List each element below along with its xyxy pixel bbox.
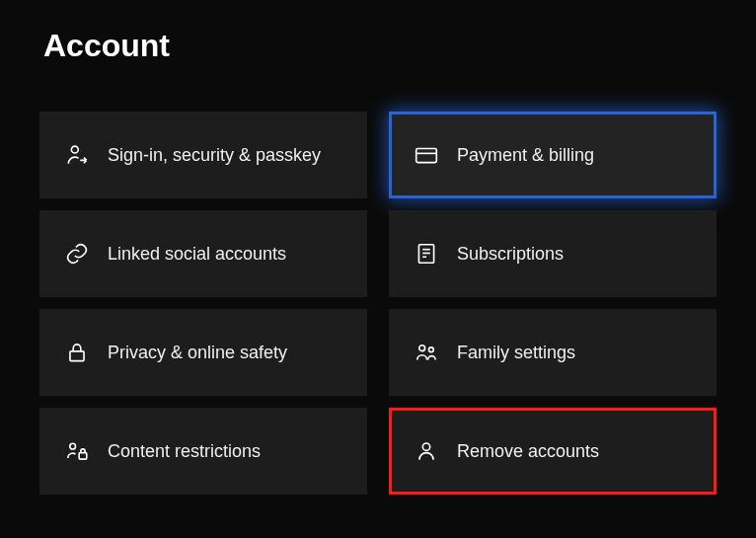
svg-point-0 [71, 146, 78, 153]
svg-point-9 [428, 347, 433, 352]
svg-point-8 [419, 346, 425, 351]
tile-label: Remove accounts [457, 440, 599, 463]
tile-label: Family settings [457, 342, 575, 364]
people-lock-icon [64, 438, 108, 464]
account-tiles-grid: Sign-in, security & passkey Payment & bi… [0, 64, 756, 495]
link-icon [64, 241, 108, 267]
svg-point-10 [70, 443, 76, 449]
tile-label: Content restrictions [108, 440, 261, 463]
tile-subscriptions[interactable]: Subscriptions [389, 210, 717, 297]
person-arrow-icon [64, 142, 108, 168]
tile-signin-security-passkey[interactable]: Sign-in, security & passkey [39, 112, 367, 198]
receipt-icon [414, 241, 457, 267]
tile-family-settings[interactable]: Family settings [389, 309, 717, 396]
tile-remove-accounts[interactable]: Remove accounts [389, 408, 717, 495]
tile-payment-billing[interactable]: Payment & billing [389, 112, 717, 198]
svg-rect-11 [79, 453, 87, 460]
tile-label: Subscriptions [457, 243, 564, 266]
tile-privacy-online-safety[interactable]: Privacy & online safety [39, 309, 367, 396]
person-icon [414, 438, 457, 464]
lock-icon [64, 340, 108, 365]
page-title: Account [0, 0, 756, 64]
tile-linked-social-accounts[interactable]: Linked social accounts [39, 210, 367, 297]
svg-rect-1 [416, 149, 437, 163]
people-icon [414, 340, 457, 365]
tile-label: Sign-in, security & passkey [108, 144, 321, 167]
svg-rect-7 [70, 351, 84, 361]
tile-content-restrictions[interactable]: Content restrictions [39, 408, 367, 495]
tile-label: Payment & billing [457, 144, 594, 167]
tile-label: Linked social accounts [108, 243, 286, 266]
credit-card-icon [414, 142, 457, 168]
svg-point-12 [422, 443, 429, 450]
tile-label: Privacy & online safety [108, 342, 287, 364]
